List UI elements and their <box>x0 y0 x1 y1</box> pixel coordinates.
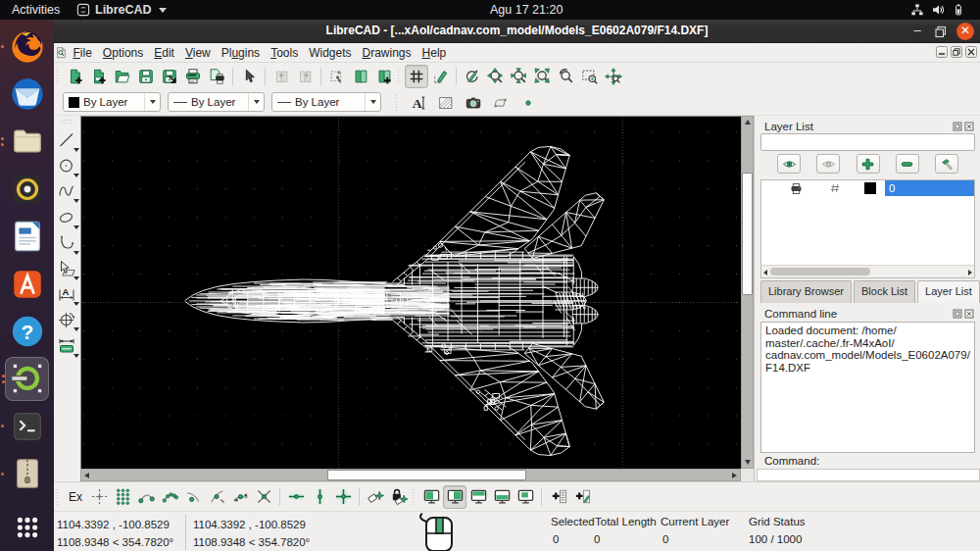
point-button[interactable] <box>516 91 540 115</box>
dock-area-left-button[interactable] <box>419 485 443 509</box>
snap-center-button[interactable] <box>181 485 205 509</box>
pen-linetype-combo[interactable]: By Layer <box>271 92 381 112</box>
mtext-button[interactable] <box>407 91 430 115</box>
menu-drawings[interactable]: Drawings <box>357 45 416 61</box>
set-relative-zero-button[interactable] <box>364 485 387 509</box>
dock-close-icon[interactable] <box>964 122 974 131</box>
layer-filter-input[interactable] <box>760 133 975 151</box>
modify-layer-button[interactable] <box>935 154 958 174</box>
window-restore-button[interactable] <box>934 25 948 38</box>
menu-plugins[interactable]: Plugins <box>216 45 265 61</box>
dock-item-ubuntu-software[interactable] <box>5 262 49 306</box>
toolbar-handle[interactable] <box>55 67 62 86</box>
remove-layer-button[interactable] <box>896 154 919 174</box>
lock-relative-zero-button[interactable] <box>387 485 411 509</box>
menu-widgets[interactable]: Widgets <box>304 45 357 61</box>
toolbar-handle[interactable] <box>394 93 401 113</box>
mdi-restore-button[interactable] <box>951 46 962 58</box>
scroll-right-arrow[interactable] <box>968 270 972 276</box>
snap-endpoints-button[interactable] <box>134 485 158 509</box>
menu-file[interactable]: File <box>68 45 97 61</box>
open-document-button[interactable] <box>111 65 134 88</box>
dock-float-icon[interactable] <box>953 309 962 319</box>
insert-image-button[interactable] <box>462 91 485 115</box>
window-zoom-button[interactable] <box>578 65 602 88</box>
restrict-vertical-button[interactable] <box>308 485 331 509</box>
add-pen-palette-button[interactable] <box>569 485 593 509</box>
tool-line-button[interactable] <box>57 130 77 151</box>
redraw-button[interactable] <box>461 65 484 88</box>
horizontal-scrollbar[interactable] <box>80 469 741 481</box>
polyline-button[interactable] <box>489 91 513 115</box>
menu-options[interactable]: Options <box>97 45 148 61</box>
snap-on-entity-button[interactable] <box>158 485 181 509</box>
scroll-down-arrow[interactable] <box>745 460 751 465</box>
snap-grid-button[interactable] <box>111 485 134 509</box>
cut-button[interactable] <box>325 65 349 88</box>
cad-canvas[interactable] <box>80 116 741 469</box>
new-document-button[interactable] <box>64 65 87 88</box>
hide-all-layers-button[interactable] <box>816 154 840 174</box>
tool-dimension-button[interactable] <box>57 284 77 305</box>
restrict-nothing-button[interactable] <box>331 485 355 509</box>
layer-construction-icon[interactable] <box>829 182 841 194</box>
toolbar-handle[interactable] <box>61 119 74 124</box>
toolbar-handle[interactable] <box>396 67 403 86</box>
selection-pointer-button[interactable] <box>237 65 261 88</box>
tool-spline-button[interactable] <box>57 181 77 202</box>
scroll-up-arrow[interactable] <box>745 120 751 125</box>
snap-intersection-button[interactable] <box>252 485 275 509</box>
restrict-horizontal-button[interactable] <box>284 485 308 509</box>
window-close-button[interactable]: ✕ <box>956 23 974 40</box>
add-layer-button[interactable] <box>857 154 880 174</box>
command-input[interactable] <box>757 469 980 481</box>
scroll-left-arrow[interactable] <box>763 270 767 276</box>
menu-edit[interactable]: Edit <box>149 45 180 61</box>
dock-item-libreoffice-writer[interactable] <box>5 215 49 259</box>
toolbar-handle[interactable] <box>55 487 62 507</box>
dock-item-rhythmbox[interactable] <box>5 167 49 211</box>
tab-block-list[interactable]: Block List <box>854 280 915 303</box>
paste-button[interactable] <box>372 65 396 88</box>
layer-color-swatch[interactable] <box>864 182 876 194</box>
tool-ellipse-button[interactable] <box>57 208 77 228</box>
draft-mode-button[interactable] <box>428 65 452 88</box>
dock-close-icon[interactable] <box>964 309 974 319</box>
previous-view-button[interactable] <box>555 65 578 88</box>
undo-button[interactable] <box>270 65 293 88</box>
activities-button[interactable]: Activities <box>9 2 63 18</box>
vertical-scrollbar[interactable] <box>741 116 754 469</box>
app-indicator-menu[interactable]: LibreCAD <box>76 1 167 19</box>
hatch-button[interactable] <box>434 91 458 115</box>
add-command-widget-button[interactable] <box>546 485 569 509</box>
new-from-template-button[interactable] <box>87 65 111 88</box>
snap-middle-button[interactable] <box>205 485 228 509</box>
layer-scroll-thumb[interactable] <box>770 268 870 276</box>
toolbar-handle[interactable] <box>411 487 417 507</box>
dock-item-help[interactable] <box>5 309 49 353</box>
menu-tools[interactable]: Tools <box>266 45 304 61</box>
zoom-pan-button[interactable] <box>602 65 625 88</box>
print-button[interactable] <box>181 65 205 88</box>
tab-layer-list[interactable]: Layer List <box>917 280 980 303</box>
dock-area-bottom-button[interactable] <box>490 485 514 509</box>
save-document-button[interactable] <box>134 65 158 88</box>
snap-distance-button[interactable] <box>228 485 252 509</box>
titlebar[interactable]: LibreCAD - [...xAoI/cadnav.com_model/Mod… <box>54 20 980 43</box>
save-as-button[interactable] <box>158 65 181 88</box>
clock[interactable]: Agu 17 21:20 <box>490 2 563 18</box>
layer-table[interactable]: 0 <box>760 179 975 278</box>
dock-float-icon[interactable] <box>953 122 962 131</box>
redo-button[interactable] <box>293 65 317 88</box>
zoom-in-button[interactable] <box>484 65 508 88</box>
tool-circle-button[interactable] <box>57 156 77 176</box>
layer-row[interactable]: 0 <box>761 180 974 196</box>
layer-print-icon[interactable] <box>790 182 803 195</box>
layer-name[interactable]: 0 <box>885 180 974 196</box>
window-minimize-button[interactable]: – <box>909 24 925 39</box>
zoom-out-button[interactable] <box>508 65 531 88</box>
dock-area-right-button[interactable] <box>443 485 466 509</box>
copy-button[interactable] <box>349 65 372 88</box>
dock-item-thunderbird[interactable] <box>5 72 49 116</box>
tool-modify-button[interactable] <box>57 310 77 330</box>
